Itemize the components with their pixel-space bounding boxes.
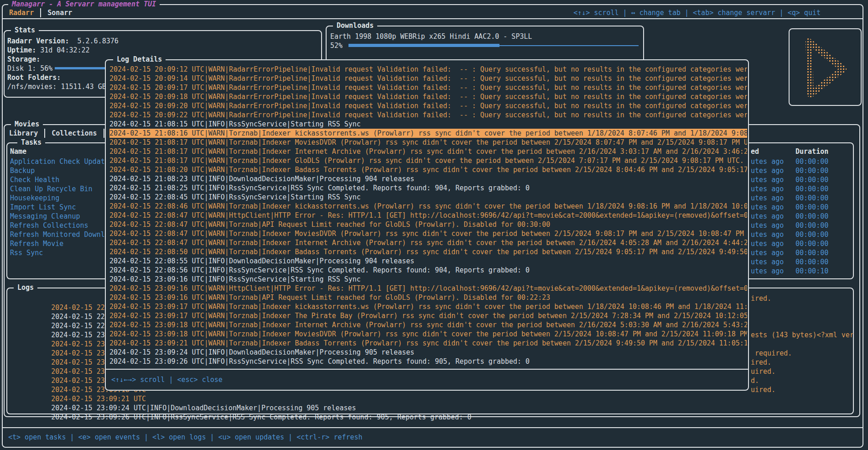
log-detail-row[interactable]: 2024-02-15 23:09:16 UTC|WARN|Torznab|API…	[109, 293, 747, 302]
event-row[interactable]: utes ago 00:00:00	[733, 230, 853, 239]
event-row[interactable]: utes ago 00:00:00	[733, 203, 853, 212]
log-detail-row[interactable]: 2024-02-15 22:08:50 UTC|WARN|Torznab|Ind…	[109, 247, 747, 256]
stats-version-row: Radarr Version:5.2.6.8376	[7, 37, 319, 46]
log-detail-row[interactable]: 2024-02-15 22:08:56 UTC|INFO|RssSyncServ…	[109, 266, 747, 275]
log-detail-row[interactable]: 2024-02-15 21:08:23 UTC|INFO|DownloadDec…	[109, 174, 747, 183]
log-row-tail: d.	[751, 376, 759, 385]
event-duration: 00:00:00	[795, 157, 828, 166]
tab-sonarr[interactable]: Sonarr	[47, 8, 72, 17]
app-title: Managarr - A Servarr management TUI	[8, 0, 160, 9]
event-duration: 00:00:00	[795, 212, 828, 221]
tabbar-separator	[2, 18, 863, 19]
tasks-title: Tasks	[17, 138, 45, 147]
event-row[interactable]: utes ago 00:00:00	[733, 239, 853, 248]
log-detail-row[interactable]: 2024-02-15 20:09:20 UTC|WARN|RadarrError…	[109, 101, 747, 110]
log-row[interactable]: 2024-02-15 23:09:24 UTC|INFO|DownloadDec…	[10, 394, 852, 403]
log-detail-row[interactable]: 2024-02-15 22:08:47 UTC|WARN|Torznab|API…	[109, 220, 747, 229]
log-detail-row[interactable]: 2024-02-15 23:09:16 UTC|INFO|RssSyncServ…	[109, 275, 747, 284]
event-row[interactable]: utes ago 00:00:00	[733, 221, 853, 230]
event-ended: utes ago	[751, 212, 784, 221]
disk-usage-label: Disk 1: 56%	[7, 64, 52, 73]
log-detail-row[interactable]: 2024-02-15 21:08:25 UTC|INFO|RssSyncServ…	[109, 183, 747, 193]
log-detail-row[interactable]: 2024-02-15 23:09:17 UTC|WARN|Torznab|Ind…	[109, 302, 747, 311]
top-keybind-hints: <↑↓> scroll | ↔ change tab | <tab> chang…	[573, 8, 821, 17]
progress-fill	[348, 44, 499, 47]
event-row[interactable]: utes ago 00:00:00	[733, 257, 853, 267]
log-detail-row[interactable]: 2024-02-15 20:09:22 UTC|WARN|RadarrError…	[109, 110, 747, 120]
logo-panel	[789, 28, 862, 106]
log-detail-row[interactable]: 2024-02-15 23:09:26 UTC|INFO|RssSyncServ…	[109, 357, 747, 366]
log-detail-row[interactable]: 2024-02-15 20:09:18 UTC|WARN|RadarrError…	[109, 92, 747, 101]
log-detail-row[interactable]: 2024-02-15 22:08:47 UTC|WARN|HttpClient|…	[109, 211, 747, 220]
event-ended: utes ago	[751, 248, 784, 257]
log-detail-row[interactable]: 2024-02-15 22:08:47 UTC|WARN|Torznab|Ind…	[109, 238, 747, 247]
tab-divider	[40, 8, 41, 17]
event-duration: 00:00:00	[795, 166, 828, 175]
log-detail-row[interactable]: 2024-02-15 23:09:17 UTC|WARN|Torznab|Ind…	[109, 311, 747, 320]
event-duration: 00:00:10	[795, 267, 828, 276]
log-detail-row[interactable]: 2024-02-15 21:08:17 UTC|WARN|Torznab|Ind…	[109, 156, 747, 165]
log-detail-row[interactable]: 2024-02-15 22:08:46 UTC|WARN|Torznab|Ind…	[109, 202, 747, 211]
uptime-value: 31d 04:32:22	[40, 46, 89, 54]
log-row-tail: required.	[751, 349, 792, 358]
event-duration: 00:00:00	[795, 203, 828, 212]
event-ended: utes ago	[751, 230, 784, 239]
log-detail-row[interactable]: 2024-02-15 20:09:12 UTC|WARN|RadarrError…	[109, 65, 747, 74]
tab-collections[interactable]: Collections	[52, 129, 97, 138]
tab-radarr[interactable]: Radarr	[9, 8, 34, 17]
log-detail-row[interactable]: 2024-02-15 21:08:17 UTC|WARN|Torznab|Ind…	[109, 138, 747, 147]
download-item[interactable]: Earth 1998 1080p WEBRip x265 Hindi AAC2.…	[330, 32, 532, 41]
log-detail-row[interactable]: 2024-02-15 22:08:45 UTC|INFO|RssSyncServ…	[109, 193, 747, 202]
events-ended-header: ed	[751, 147, 759, 156]
stats-title: Stats	[11, 26, 39, 35]
event-row[interactable]: utes ago 00:00:00	[733, 212, 853, 221]
event-ended: utes ago	[751, 239, 784, 248]
log-row-tail: ests (143 bytes)<?xml ver	[751, 330, 854, 340]
log-detail-row[interactable]: 2024-02-15 23:09:24 UTC|INFO|DownloadDec…	[109, 348, 747, 357]
events-panel: ed Duration utes ago 00:00:00 utes ago 0…	[733, 142, 854, 279]
stats-uptime-row: Uptime:31d 04:32:22	[7, 46, 319, 55]
log-detail-row[interactable]: 2024-02-15 20:09:14 UTC|WARN|RadarrError…	[109, 74, 747, 83]
log-row-tail: ired.	[751, 358, 771, 367]
root-folders-label: Root Folders:	[7, 73, 61, 82]
event-row[interactable]: utes ago 00:00:00	[733, 175, 853, 184]
event-row[interactable]: utes ago 00:00:10	[733, 267, 853, 276]
log-detail-row[interactable]: 2024-02-15 23:09:18 UTC|WARN|Torznab|Ind…	[109, 330, 747, 339]
download-percent: 52%	[330, 41, 343, 50]
event-ended: utes ago	[751, 157, 784, 166]
event-row[interactable]: utes ago 00:00:00	[733, 157, 853, 166]
log-detail-row[interactable]: 2024-02-15 21:08:17 UTC|WARN|Torznab|Ind…	[109, 147, 747, 156]
log-details-title: Log Details	[113, 55, 166, 64]
event-row[interactable]: utes ago 00:00:00	[733, 248, 853, 257]
log-detail-row[interactable]: 2024-02-15 22:08:47 UTC|WARN|Torznab|Ind…	[109, 229, 747, 238]
event-row[interactable]: utes ago 00:00:00	[733, 194, 853, 203]
tab-divider	[104, 129, 104, 138]
event-duration: 00:00:00	[795, 230, 828, 239]
event-row[interactable]: utes ago 00:00:00	[733, 184, 853, 194]
log-detail-row[interactable]: 2024-02-15 23:09:18 UTC|WARN|Torznab|Ind…	[109, 320, 747, 330]
event-row[interactable]: utes ago 00:00:00	[733, 166, 853, 175]
event-ended: utes ago	[751, 175, 784, 184]
bottom-keybind-hints: <t> open tasks | <e> open events | <l> o…	[8, 433, 363, 442]
log-row-text: 2024-02-15 23:09:26 UTC|INFO|RssSyncServ…	[51, 413, 471, 421]
log-detail-row[interactable]: 2024-02-15 21:08:15 UTC|INFO|RssSyncServ…	[109, 120, 747, 129]
log-detail-row[interactable]: 2024-02-15 21:08:16 UTC|WARN|Torznab|Ind…	[109, 129, 747, 138]
tab-library[interactable]: Library	[9, 129, 38, 138]
managarr-play-logo-icon	[793, 32, 857, 102]
root-folder-value: /nfs/movies: 11511.43 GB	[7, 83, 106, 91]
log-detail-row[interactable]: 2024-02-15 22:08:55 UTC|INFO|DownloadDec…	[109, 256, 747, 266]
log-row[interactable]: 2024-02-15 23:09:26 UTC|INFO|RssSyncServ…	[10, 403, 852, 413]
event-duration: 00:00:00	[795, 194, 828, 203]
log-detail-row[interactable]: 2024-02-15 23:09:21 UTC|WARN|Torznab|Ind…	[109, 339, 747, 348]
log-detail-row[interactable]: 2024-02-15 23:09:16 UTC|WARN|HttpClient|…	[109, 284, 747, 293]
log-details-modal: Log Details 2024-02-15 20:09:12 UTC|WARN…	[105, 59, 749, 391]
event-ended: utes ago	[751, 257, 784, 267]
log-detail-row[interactable]: 2024-02-15 20:09:17 UTC|WARN|RadarrError…	[109, 83, 747, 92]
event-ended: utes ago	[751, 166, 784, 175]
version-value: 5.2.6.8376	[77, 37, 118, 45]
disk-usage-bar	[55, 67, 106, 69]
event-ended: utes ago	[751, 203, 784, 212]
downloads-title: Downloads	[333, 21, 377, 30]
log-detail-row[interactable]: 2024-02-15 21:08:20 UTC|WARN|Torznab|Ind…	[109, 165, 747, 174]
event-duration: 00:00:00	[795, 248, 828, 257]
